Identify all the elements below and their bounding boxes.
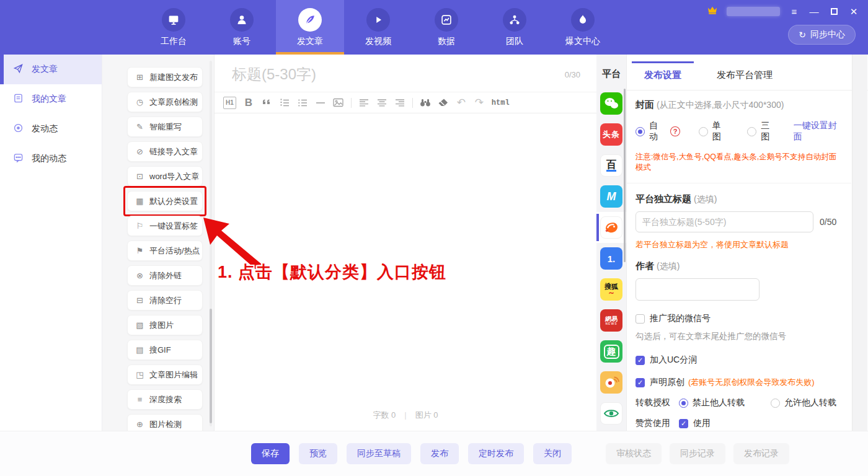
editor-content-area[interactable]: [215, 113, 596, 380]
bold-icon[interactable]: B: [243, 97, 254, 109]
tool-button-platform-hot[interactable]: ⚑ 平台活动/热点: [127, 240, 203, 261]
maximize-icon[interactable]: [828, 6, 839, 17]
toolbar-divider: [351, 98, 352, 108]
panel-tabs: 发布设置 发布平台管理: [627, 62, 868, 90]
tool-label: 新建图文发布: [149, 72, 198, 83]
platform-row-fish-platform-selected[interactable]: [596, 212, 626, 243]
uc-share-checkbox[interactable]: ✓: [636, 356, 645, 365]
target-circle-icon: [13, 123, 24, 135]
reward-checkbox[interactable]: ✓: [679, 419, 688, 428]
nav-item-data[interactable]: 数据: [412, 0, 480, 55]
tool-button-smart-rewrite[interactable]: ✎ 智能重写: [127, 117, 203, 137]
save-button[interactable]: 保存: [251, 443, 290, 464]
tool-button-word-import[interactable]: ⊡ word导入文章: [127, 166, 203, 187]
platform-row-m-platform[interactable]: M: [596, 181, 626, 212]
close-button[interactable]: 关闭: [533, 443, 572, 464]
tool-button-originality-check[interactable]: ◷ 文章原创检测: [127, 92, 203, 112]
promote-wechat-checkbox[interactable]: [636, 314, 645, 324]
help-icon[interactable]: ?: [670, 126, 680, 136]
tool-button-link-import[interactable]: ⊘ 链接导入文章: [127, 141, 203, 162]
allow-reprint-radio[interactable]: [771, 399, 780, 408]
format-eraser-icon[interactable]: [438, 97, 449, 109]
horizontal-rule-icon[interactable]: [315, 97, 326, 109]
article-title-input[interactable]: [232, 66, 529, 83]
sidebar-item-publish-article[interactable]: 发文章: [0, 55, 102, 84]
publish-history-button[interactable]: 发布记录: [733, 443, 789, 464]
platform-row-netease[interactable]: 網易NEWS: [596, 305, 626, 336]
platform-row-wechat[interactable]: [596, 88, 626, 119]
tab-platform-manage[interactable]: 发布平台管理: [701, 62, 788, 90]
tools-scrollbar-track: [210, 61, 212, 426]
declare-original-checkbox[interactable]: ✓: [636, 378, 645, 387]
tool-button-clear-external-links[interactable]: ⊗ 清除外链: [127, 265, 203, 286]
yidian-text: 1.: [608, 253, 616, 264]
nav-item-publish-video[interactable]: 发视频: [344, 0, 412, 55]
scheduled-publish-button[interactable]: 定时发布: [468, 443, 524, 464]
sync-center-button[interactable]: ↻ 同步中心: [788, 25, 856, 45]
cover-single-radio[interactable]: [699, 127, 708, 136]
declare-original-label: 声明原创: [650, 377, 684, 388]
sidebar-item-my-articles[interactable]: 我的文章: [0, 84, 102, 114]
reprint-auth-row: 转载授权 禁止他人转载 允许他人转载: [636, 397, 843, 408]
blockquote-icon[interactable]: [261, 97, 272, 109]
nav-item-hot-center[interactable]: 爆文中心: [549, 0, 617, 55]
tool-button-deep-search[interactable]: ≡ 深度搜索: [127, 389, 203, 410]
unordered-list-icon[interactable]: [297, 97, 308, 109]
heading-icon[interactable]: H1: [223, 97, 236, 109]
nav-item-workbench[interactable]: 工作台: [140, 0, 208, 55]
tool-button-new-post[interactable]: ⊞ 新建图文发布: [127, 67, 203, 87]
tool-icon: ⊟: [135, 296, 144, 305]
platform-scrollbar-thumb[interactable]: [624, 89, 626, 262]
platform-row-weibo[interactable]: [596, 367, 626, 398]
user-name-masked: [727, 7, 780, 16]
cover-auto-radio[interactable]: [636, 127, 645, 136]
align-center-icon[interactable]: [376, 97, 388, 109]
align-right-icon[interactable]: [394, 97, 405, 109]
align-left-icon[interactable]: [358, 97, 370, 109]
minimize-icon[interactable]: —: [808, 6, 820, 17]
publish-settings-panel: 发布设置 发布平台管理 封面 (从正文中选择,最小尺寸400*300) 自动 ?…: [626, 55, 868, 431]
sidebar-item-publish-moment[interactable]: 发动态: [0, 114, 102, 144]
promote-wechat-row: 推广我的微信号: [636, 313, 843, 324]
tool-label: 深度搜索: [149, 394, 182, 405]
platform-row-sohu[interactable]: 搜狐～: [596, 274, 626, 305]
tool-button-quick-tags[interactable]: ⚐ 一键设置标签: [127, 216, 203, 236]
forbid-reprint-radio[interactable]: [679, 399, 688, 408]
tool-button-clear-empty-lines[interactable]: ⊟ 清除空行: [127, 290, 203, 311]
editor-footer: 字数 0|图片 0: [215, 410, 596, 421]
tool-button-article-image-edit[interactable]: ◳ 文章图片编辑: [127, 364, 203, 385]
platform-row-yidian[interactable]: 1.: [596, 243, 626, 274]
nav-item-publish-article[interactable]: 发文章: [276, 0, 344, 55]
undo-icon[interactable]: ↶: [456, 97, 467, 109]
panel-scrollbar-gutter[interactable]: [852, 55, 867, 431]
one-click-cover-link[interactable]: 一键设置封面: [794, 120, 843, 143]
nav-item-accounts[interactable]: 账号: [208, 0, 276, 55]
tool-button-search-images[interactable]: ▧ 搜图片: [127, 315, 203, 335]
review-status-button[interactable]: 审核状态: [606, 443, 662, 464]
menu-icon[interactable]: ≡: [789, 6, 800, 17]
preview-button[interactable]: 预览: [299, 443, 337, 464]
redo-icon[interactable]: ↷: [474, 97, 485, 109]
sidebar-item-my-moments[interactable]: 我的动态: [0, 144, 102, 174]
publish-button[interactable]: 发布: [420, 443, 459, 464]
author-input[interactable]: [636, 278, 760, 301]
tool-button-default-category[interactable]: ▦ 默认分类设置: [127, 191, 203, 211]
sync-history-button[interactable]: 同步记录: [670, 443, 725, 464]
insert-image-icon[interactable]: [333, 97, 344, 109]
sync-to-draft-button[interactable]: 同步至草稿: [347, 443, 411, 464]
html-source-button[interactable]: html: [492, 97, 510, 109]
tool-button-search-gif[interactable]: ▤ 搜GIF: [127, 340, 203, 360]
ordered-list-icon[interactable]: [279, 97, 290, 109]
tools-scrollbar-thumb[interactable]: [210, 309, 212, 423]
platform-row-green-eye[interactable]: [596, 398, 626, 429]
platform-row-toutiao[interactable]: 头条: [596, 119, 626, 150]
platform-title-input[interactable]: [636, 211, 813, 232]
find-binoculars-icon[interactable]: [420, 97, 431, 109]
close-icon[interactable]: ✕: [848, 6, 859, 17]
nav-item-team[interactable]: 团队: [480, 0, 549, 55]
platform-row-qutoutiao[interactable]: 趣: [596, 336, 626, 367]
tool-label: 搜图片: [149, 320, 174, 331]
platform-row-baijiahao[interactable]: 百: [596, 150, 626, 181]
cover-triple-radio[interactable]: [747, 127, 756, 136]
tab-publish-settings[interactable]: 发布设置: [632, 62, 694, 90]
